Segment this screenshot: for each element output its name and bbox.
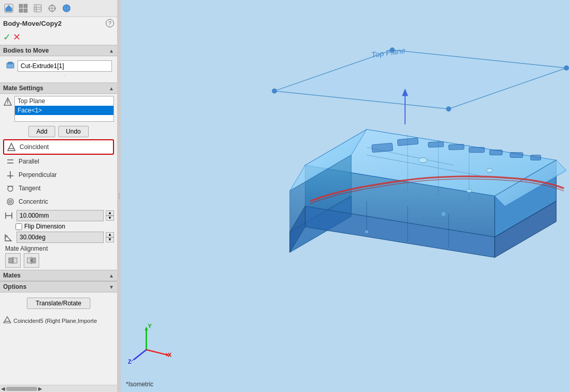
mate-alignment-label: Mate Alignment <box>5 245 114 252</box>
mates-header[interactable]: Mates ▲ <box>0 270 117 281</box>
canvas-area: Top Plane <box>121 0 569 392</box>
svg-rect-5 <box>34 5 41 12</box>
svg-rect-68 <box>469 148 484 153</box>
options-header[interactable]: Options ▼ <box>0 281 117 292</box>
angle-icon <box>3 232 14 243</box>
parallel-option[interactable]: Parallel <box>3 155 114 168</box>
svg-rect-71 <box>531 155 541 160</box>
help-icon[interactable]: ? <box>106 19 114 27</box>
bodies-to-move-header[interactable]: Bodies to Move ▲ <box>0 45 117 56</box>
svg-line-86 <box>134 350 147 360</box>
svg-rect-70 <box>510 153 523 158</box>
parallel-icon <box>5 156 15 167</box>
mate-list: Top Plane Face<1> <box>14 96 114 122</box>
svg-point-79 <box>365 231 368 234</box>
distance-up[interactable]: ▲ <box>106 210 114 216</box>
angle-spinner: ▲ ▼ <box>106 232 114 242</box>
coincident-status-row: Coincident5 (Right Plane,Importe <box>0 314 117 327</box>
flip-label: Flip Dimension <box>24 223 65 230</box>
svg-rect-4 <box>24 9 27 12</box>
angle-down[interactable]: ▼ <box>106 237 114 242</box>
perpendicular-icon <box>5 170 15 180</box>
bodies-icon <box>5 60 15 71</box>
mates-arrow: ▲ <box>109 273 114 279</box>
confirm-button[interactable]: ✓ <box>3 31 11 43</box>
svg-rect-1 <box>19 4 23 8</box>
cancel-button[interactable]: ✕ <box>13 31 21 43</box>
distance-spinner: ▲ ▼ <box>106 210 114 221</box>
horizontal-scrollbar[interactable]: ◀ ▶ <box>0 385 117 392</box>
align-btn-1[interactable] <box>5 253 21 268</box>
translate-rotate-button[interactable]: Translate/Rotate <box>27 298 90 309</box>
bodies-input[interactable] <box>18 60 112 72</box>
bodies-to-move-row: · <box>3 58 114 80</box>
svg-point-44 <box>564 66 569 71</box>
angle-row: ▲ ▼ <box>3 232 114 243</box>
flip-checkbox[interactable] <box>15 223 22 230</box>
options-label: Options <box>3 283 26 290</box>
mate-settings-content: Top Plane Face<1> Add Undo <box>0 94 117 270</box>
mates-label: Mates <box>3 272 21 279</box>
svg-rect-32 <box>13 258 17 263</box>
angle-up[interactable]: ▲ <box>106 232 114 237</box>
svg-point-63 <box>466 189 472 192</box>
svg-point-78 <box>442 212 446 216</box>
distance-down[interactable]: ▼ <box>106 216 114 221</box>
parallel-label: Parallel <box>19 158 39 165</box>
toolbar <box>0 0 117 17</box>
concentric-label: Concentric <box>19 198 48 205</box>
distance-input[interactable] <box>17 210 104 221</box>
mate-settings-icon <box>3 97 12 108</box>
undo-button[interactable]: Undo <box>58 126 89 137</box>
coincident-option[interactable]: Coincident <box>3 139 114 155</box>
panel-header: Body-Move/Copy2 ? <box>0 17 117 29</box>
svg-point-39 <box>119 195 120 197</box>
bodies-to-move-label: Bodies to Move <box>3 47 49 54</box>
scroll-right-arrow[interactable]: ▶ <box>38 386 42 391</box>
svg-text:Y: Y <box>148 323 152 329</box>
concentric-icon <box>5 197 15 207</box>
angle-input[interactable] <box>17 232 104 243</box>
3d-model-svg: Top Plane <box>121 0 569 392</box>
mate-settings-header[interactable]: Mate Settings ▲ <box>0 83 117 94</box>
align-btn-2[interactable] <box>24 253 39 268</box>
tangent-option[interactable]: Tangent <box>3 182 114 195</box>
mate-list-item-face[interactable]: Face<1> <box>15 106 113 115</box>
scroll-left-arrow[interactable]: ◀ <box>1 386 5 391</box>
left-panel: Body-Move/Copy2 ? ✓ ✕ Bodies to Move ▲ <box>0 0 118 392</box>
grid-button[interactable] <box>17 2 30 15</box>
mate-settings-section: Mate Settings ▲ Top Plane Face<1> <box>0 83 117 270</box>
crosshair-button[interactable] <box>45 2 59 15</box>
svg-point-27 <box>10 201 11 202</box>
coincident-status-icon <box>3 316 11 325</box>
home-button[interactable] <box>2 2 15 15</box>
panel-title: Body-Move/Copy2 <box>3 20 61 27</box>
svg-rect-64 <box>372 143 393 152</box>
add-button[interactable]: Add <box>28 126 55 137</box>
tangent-icon <box>5 183 15 193</box>
flip-row: Flip Dimension <box>15 223 114 230</box>
options-arrow: ▼ <box>109 284 114 290</box>
mate-list-item-top-plane[interactable]: Top Plane <box>15 96 113 106</box>
tree-button[interactable] <box>31 2 44 15</box>
distance-icon <box>3 210 14 221</box>
panel-scroll: Bodies to Move ▲ · <box>0 45 117 385</box>
bodies-input-wrap: · <box>18 60 112 78</box>
bodies-dot: · <box>18 73 112 78</box>
perpendicular-option[interactable]: Perpendicular <box>3 168 114 182</box>
coincident-label: Coincident <box>20 143 49 151</box>
svg-rect-2 <box>24 4 27 8</box>
mate-settings-label: Mate Settings <box>3 85 43 92</box>
svg-marker-41 <box>274 50 566 109</box>
distance-row: ▲ ▼ <box>3 210 114 221</box>
bodies-to-move-section: Bodies to Move ▲ · <box>0 45 117 83</box>
globe-button[interactable] <box>60 2 73 15</box>
coincident-status-text: Coincident5 (Right Plane,Importe <box>13 318 97 324</box>
action-buttons: ✓ ✕ <box>0 29 117 45</box>
scroll-thumb[interactable] <box>6 387 37 391</box>
bodies-to-move-content: · <box>0 56 117 83</box>
concentric-option[interactable]: Concentric <box>3 195 114 208</box>
translate-rotate-wrap: Translate/Rotate <box>0 292 117 314</box>
svg-point-45 <box>446 106 451 111</box>
svg-rect-67 <box>449 144 464 150</box>
